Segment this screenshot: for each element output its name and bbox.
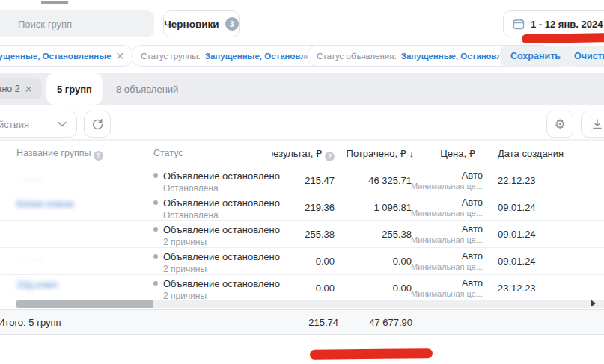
ads-manager-screen: Черновики 3 1 - 12 янв. 2024 Запущенные,… [0, 0, 604, 364]
totals-spent: 47 677.90 [369, 317, 412, 328]
cell-created: 09.01.24 [498, 202, 536, 213]
filter-chip-prefix: Статус группы: [141, 52, 201, 61]
column-header-price[interactable]: Цена, ₽ [440, 148, 475, 159]
cell-created: 23.12.23 [498, 283, 536, 294]
selection-chip-label: Выбрано 2 [0, 84, 20, 94]
cell-spent: 0.00 [393, 256, 412, 267]
status-dot-icon [153, 227, 158, 232]
calendar-icon [513, 18, 525, 30]
drafts-count-badge: 3 [225, 17, 239, 31]
cell-price: Авто Минимальная це... [411, 250, 483, 271]
group-name-link[interactable]: Копия ключи [16, 198, 74, 209]
column-header-spent[interactable]: Потрачено, ₽ ↓ [347, 148, 414, 159]
status-dot-icon [153, 200, 158, 205]
sort-desc-icon[interactable]: ↓ [409, 148, 415, 159]
cell-spent: 255.38 [382, 229, 412, 240]
filter-chip-prefix: Статус объявления: [317, 52, 397, 61]
cell-cost-per-result: 0.00 [316, 283, 335, 294]
drafts-button[interactable]: Черновики 3 [163, 10, 240, 37]
group-name-link[interactable]: .... ..... [16, 252, 43, 263]
cell-created: 09.01.24 [498, 229, 536, 240]
cell-cost-per-result: 0.00 [316, 256, 335, 267]
tab-groups[interactable]: 5 групп [46, 73, 103, 105]
cell-price: Авто Минимальная це... [411, 223, 483, 244]
gear-icon: ⚙ [554, 117, 565, 132]
totals-row [0, 309, 604, 335]
cell-price: Авто Минимальная це... [411, 170, 483, 191]
column-header-name[interactable]: Название группы ? [16, 148, 103, 161]
refresh-icon [91, 118, 104, 131]
actions-dropdown[interactable]: Действия [0, 111, 77, 138]
close-icon[interactable]: ✕ [115, 51, 124, 61]
group-search [0, 10, 154, 37]
row-separator [0, 274, 604, 275]
help-icon[interactable]: ? [325, 152, 335, 161]
filter-chip-value: Запущенные, Остановленные [0, 52, 111, 61]
save-filters-button[interactable]: Сохранить [500, 46, 571, 67]
export-button[interactable] [581, 111, 604, 138]
row-separator [0, 194, 604, 194]
status-cell: Объявление остановлено Остановлена [153, 197, 280, 220]
cell-price: Авто Минимальная це... [411, 197, 483, 218]
status-dot-icon [153, 173, 158, 178]
drafts-label: Черновики [164, 19, 219, 30]
red-marker-annotation-date [522, 33, 604, 43]
help-icon[interactable]: ? [94, 151, 103, 161]
search-input[interactable] [18, 10, 145, 37]
cell-cost-per-result: 255.38 [305, 229, 335, 240]
status-cell: Объявление остановлено 2 причины [153, 251, 280, 274]
status-cell: Объявление остановлено 2 причины [153, 278, 280, 301]
cell-created: 22.12.23 [498, 175, 536, 186]
totals-cost-per-result: 215.74 [308, 317, 338, 328]
close-icon[interactable]: ✕ [25, 84, 33, 95]
column-header-created[interactable]: Дата создания [498, 148, 564, 159]
filter-chip-campaign-status[interactable]: Запущенные, Остановленные ✕ [0, 45, 134, 67]
clear-filters-button[interactable]: Очистить [564, 46, 604, 67]
actions-label: Действия [0, 119, 29, 130]
cell-price: Авто Минимальная це... [411, 277, 483, 298]
refresh-button[interactable] [84, 111, 111, 138]
table-settings-button[interactable]: ⚙ [546, 111, 573, 138]
cell-cost-per-result: 219.36 [305, 202, 335, 213]
totals-label: Итого: 5 групп [0, 317, 61, 328]
date-range-label: 1 - 12 янв. 2024 [531, 19, 603, 30]
row-separator [0, 247, 604, 248]
scroll-right-arrow-icon[interactable] [591, 300, 596, 307]
cell-created: 09.01.24 [498, 256, 536, 267]
horizontal-scrollbar-thumb[interactable] [16, 300, 153, 308]
status-dot-icon [153, 281, 158, 286]
frozen-column-divider [272, 141, 272, 300]
column-header-status[interactable]: Статус [153, 148, 183, 158]
cell-spent: 1 096.81 [373, 202, 412, 213]
cell-spent: 46 325.71 [368, 175, 412, 186]
status-cell: Объявление остановлено Остановлена [153, 170, 280, 194]
tab-ads[interactable]: 8 объявлений [103, 73, 192, 105]
row-separator [0, 220, 604, 221]
column-header-cost-per-result[interactable]: Цена за результат, ₽ ? [272, 148, 335, 161]
download-icon [591, 118, 603, 130]
cell-spent: 0.00 [393, 283, 412, 294]
cell-cost-per-result: 215.47 [305, 175, 335, 186]
selection-chip[interactable]: Выбрано 2 ✕ [0, 78, 42, 99]
group-name-link[interactable]: 10д ключ [16, 279, 58, 290]
cropped-element-remnant [41, 1, 68, 4]
status-cell: Объявление остановлено 2 причины [153, 224, 280, 247]
status-dot-icon [153, 254, 158, 259]
chevron-down-icon [57, 121, 67, 127]
group-name-link[interactable]: .......... [16, 171, 43, 182]
red-marker-annotation-totals [310, 348, 433, 360]
